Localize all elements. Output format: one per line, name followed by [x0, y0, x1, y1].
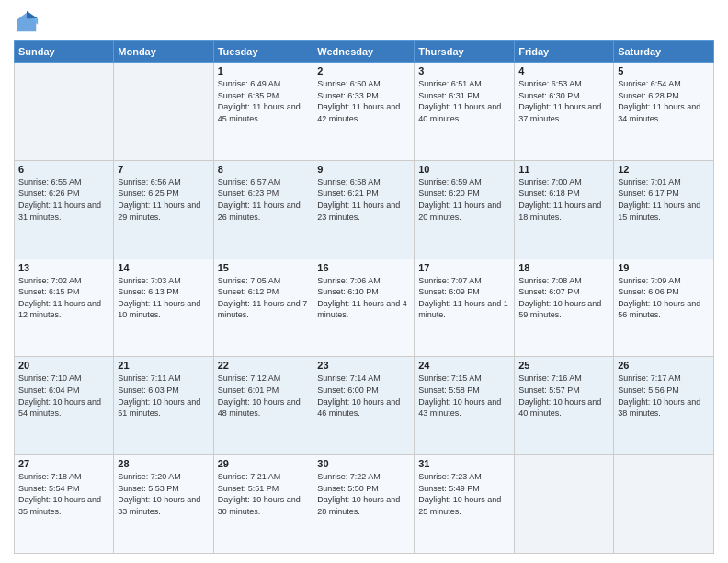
calendar-cell: 19Sunrise: 7:09 AM Sunset: 6:06 PM Dayli… [614, 259, 714, 357]
calendar-cell: 1Sunrise: 6:49 AM Sunset: 6:35 PM Daylig… [213, 63, 313, 161]
day-info: Sunrise: 7:11 AM Sunset: 6:03 PM Dayligh… [118, 373, 209, 419]
day-number: 21 [118, 360, 209, 371]
day-number: 28 [118, 458, 209, 469]
day-number: 17 [418, 262, 510, 273]
day-number: 31 [418, 458, 510, 469]
calendar-week-5: 27Sunrise: 7:18 AM Sunset: 5:54 PM Dayli… [15, 455, 714, 554]
svg-marker-1 [27, 11, 38, 18]
calendar-cell: 23Sunrise: 7:14 AM Sunset: 6:00 PM Dayli… [313, 357, 415, 455]
calendar-cell: 25Sunrise: 7:16 AM Sunset: 5:57 PM Dayli… [515, 357, 614, 455]
calendar-cell: 13Sunrise: 7:02 AM Sunset: 6:15 PM Dayli… [15, 259, 114, 357]
day-info: Sunrise: 7:07 AM Sunset: 6:09 PM Dayligh… [418, 275, 510, 321]
day-number: 30 [317, 458, 410, 469]
day-info: Sunrise: 7:20 AM Sunset: 5:53 PM Dayligh… [118, 471, 209, 517]
header-day-tuesday: Tuesday [213, 41, 313, 63]
logo-icon [14, 9, 40, 35]
calendar-cell [15, 63, 114, 161]
calendar-table: SundayMondayTuesdayWednesdayThursdayFrid… [14, 40, 714, 554]
day-info: Sunrise: 7:17 AM Sunset: 5:56 PM Dayligh… [618, 373, 710, 419]
header [14, 9, 714, 35]
calendar-week-3: 13Sunrise: 7:02 AM Sunset: 6:15 PM Dayli… [15, 259, 714, 357]
logo [14, 9, 43, 35]
calendar-cell: 10Sunrise: 6:59 AM Sunset: 6:20 PM Dayli… [415, 160, 515, 259]
header-day-sunday: Sunday [15, 41, 114, 63]
day-info: Sunrise: 6:49 AM Sunset: 6:35 PM Dayligh… [218, 78, 310, 124]
calendar-cell: 30Sunrise: 7:22 AM Sunset: 5:50 PM Dayli… [313, 455, 415, 554]
calendar-cell: 20Sunrise: 7:10 AM Sunset: 6:04 PM Dayli… [15, 357, 114, 455]
calendar-cell: 14Sunrise: 7:03 AM Sunset: 6:13 PM Dayli… [114, 259, 213, 357]
day-number: 12 [618, 164, 710, 175]
day-number: 14 [118, 262, 209, 273]
page: SundayMondayTuesdayWednesdayThursdayFrid… [0, 0, 728, 563]
day-info: Sunrise: 6:56 AM Sunset: 6:25 PM Dayligh… [118, 177, 209, 223]
header-day-wednesday: Wednesday [313, 41, 415, 63]
day-number: 5 [618, 65, 710, 76]
calendar-week-4: 20Sunrise: 7:10 AM Sunset: 6:04 PM Dayli… [15, 357, 714, 455]
day-number: 11 [518, 164, 609, 175]
header-day-thursday: Thursday [415, 41, 515, 63]
day-info: Sunrise: 7:05 AM Sunset: 6:12 PM Dayligh… [218, 275, 310, 321]
day-number: 25 [518, 360, 609, 371]
day-info: Sunrise: 7:09 AM Sunset: 6:06 PM Dayligh… [618, 275, 710, 321]
day-info: Sunrise: 6:51 AM Sunset: 6:31 PM Dayligh… [418, 78, 510, 124]
header-row: SundayMondayTuesdayWednesdayThursdayFrid… [15, 41, 714, 63]
day-info: Sunrise: 7:12 AM Sunset: 6:01 PM Dayligh… [218, 373, 310, 419]
calendar-week-2: 6Sunrise: 6:55 AM Sunset: 6:26 PM Daylig… [15, 160, 714, 259]
day-info: Sunrise: 7:15 AM Sunset: 5:58 PM Dayligh… [418, 373, 510, 419]
header-day-friday: Friday [515, 41, 614, 63]
day-number: 18 [518, 262, 609, 273]
calendar-cell: 16Sunrise: 7:06 AM Sunset: 6:10 PM Dayli… [313, 259, 415, 357]
day-info: Sunrise: 7:02 AM Sunset: 6:15 PM Dayligh… [18, 275, 109, 321]
day-number: 24 [418, 360, 510, 371]
day-number: 6 [18, 164, 109, 175]
calendar-cell: 31Sunrise: 7:23 AM Sunset: 5:49 PM Dayli… [415, 455, 515, 554]
day-number: 27 [18, 458, 109, 469]
day-info: Sunrise: 6:53 AM Sunset: 6:30 PM Dayligh… [518, 78, 609, 124]
day-number: 26 [618, 360, 710, 371]
day-info: Sunrise: 6:58 AM Sunset: 6:21 PM Dayligh… [317, 177, 410, 223]
calendar-cell: 29Sunrise: 7:21 AM Sunset: 5:51 PM Dayli… [213, 455, 313, 554]
day-info: Sunrise: 7:08 AM Sunset: 6:07 PM Dayligh… [518, 275, 609, 321]
day-info: Sunrise: 7:21 AM Sunset: 5:51 PM Dayligh… [218, 471, 310, 517]
calendar-cell [114, 63, 213, 161]
calendar-cell: 11Sunrise: 7:00 AM Sunset: 6:18 PM Dayli… [515, 160, 614, 259]
day-number: 4 [518, 65, 609, 76]
calendar-cell: 21Sunrise: 7:11 AM Sunset: 6:03 PM Dayli… [114, 357, 213, 455]
day-info: Sunrise: 6:50 AM Sunset: 6:33 PM Dayligh… [317, 78, 410, 124]
day-info: Sunrise: 7:14 AM Sunset: 6:00 PM Dayligh… [317, 373, 410, 419]
calendar-cell: 9Sunrise: 6:58 AM Sunset: 6:21 PM Daylig… [313, 160, 415, 259]
day-number: 3 [418, 65, 510, 76]
calendar-cell: 17Sunrise: 7:07 AM Sunset: 6:09 PM Dayli… [415, 259, 515, 357]
day-info: Sunrise: 7:06 AM Sunset: 6:10 PM Dayligh… [317, 275, 410, 321]
calendar-cell: 15Sunrise: 7:05 AM Sunset: 6:12 PM Dayli… [213, 259, 313, 357]
calendar-cell: 27Sunrise: 7:18 AM Sunset: 5:54 PM Dayli… [15, 455, 114, 554]
day-info: Sunrise: 6:55 AM Sunset: 6:26 PM Dayligh… [18, 177, 109, 223]
day-info: Sunrise: 7:01 AM Sunset: 6:17 PM Dayligh… [618, 177, 710, 223]
day-info: Sunrise: 7:18 AM Sunset: 5:54 PM Dayligh… [18, 471, 109, 517]
day-number: 16 [317, 262, 410, 273]
header-day-monday: Monday [114, 41, 213, 63]
calendar-cell [614, 455, 714, 554]
day-number: 9 [317, 164, 410, 175]
day-number: 13 [18, 262, 109, 273]
day-info: Sunrise: 6:54 AM Sunset: 6:28 PM Dayligh… [618, 78, 710, 124]
calendar-cell: 28Sunrise: 7:20 AM Sunset: 5:53 PM Dayli… [114, 455, 213, 554]
day-info: Sunrise: 6:57 AM Sunset: 6:23 PM Dayligh… [218, 177, 310, 223]
calendar-cell [515, 455, 614, 554]
day-info: Sunrise: 7:16 AM Sunset: 5:57 PM Dayligh… [518, 373, 609, 419]
calendar-cell: 2Sunrise: 6:50 AM Sunset: 6:33 PM Daylig… [313, 63, 415, 161]
calendar-cell: 7Sunrise: 6:56 AM Sunset: 6:25 PM Daylig… [114, 160, 213, 259]
calendar-cell: 4Sunrise: 6:53 AM Sunset: 6:30 PM Daylig… [515, 63, 614, 161]
day-info: Sunrise: 7:03 AM Sunset: 6:13 PM Dayligh… [118, 275, 209, 321]
calendar-cell: 8Sunrise: 6:57 AM Sunset: 6:23 PM Daylig… [213, 160, 313, 259]
day-info: Sunrise: 7:00 AM Sunset: 6:18 PM Dayligh… [518, 177, 609, 223]
calendar-cell: 6Sunrise: 6:55 AM Sunset: 6:26 PM Daylig… [15, 160, 114, 259]
day-number: 1 [218, 65, 310, 76]
day-number: 22 [218, 360, 310, 371]
day-number: 8 [218, 164, 310, 175]
day-info: Sunrise: 6:59 AM Sunset: 6:20 PM Dayligh… [418, 177, 510, 223]
header-day-saturday: Saturday [614, 41, 714, 63]
calendar-week-1: 1Sunrise: 6:49 AM Sunset: 6:35 PM Daylig… [15, 63, 714, 161]
day-number: 19 [618, 262, 710, 273]
day-number: 20 [18, 360, 109, 371]
